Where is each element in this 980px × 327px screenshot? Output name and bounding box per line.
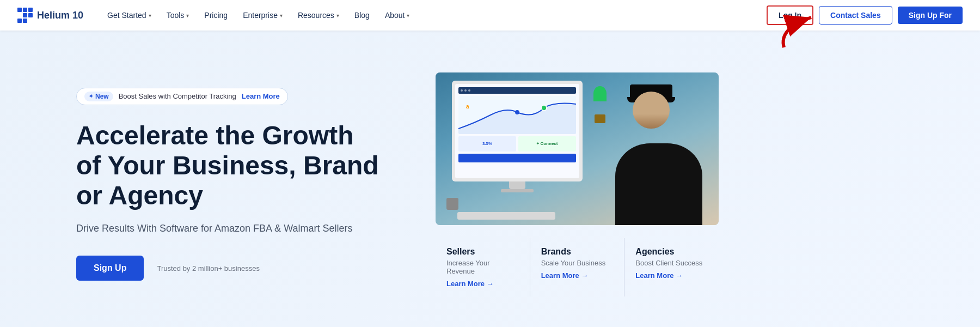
card-agencies-subtitle: Boost Client Success (635, 259, 708, 267)
nav-right: Log In Contact Sales Sign Up For (767, 5, 963, 25)
card-brands-title: Brands (541, 247, 614, 257)
monitor-base (501, 189, 534, 192)
logo-text: Helium 10 (37, 10, 83, 21)
monitor-outer: a 3.5% + Connect (452, 81, 583, 181)
keyboard (457, 212, 555, 220)
card-agencies-link[interactable]: Learn More → (635, 271, 708, 280)
signup-hero-button[interactable]: Sign Up (76, 256, 144, 281)
svg-point-1 (515, 110, 519, 114)
hero-card-agencies: Agencies Boost Client Success Learn More… (624, 238, 719, 296)
monitor-footer (458, 154, 576, 162)
person-head (633, 92, 670, 129)
card-agencies-title: Agencies (635, 247, 708, 257)
hero-subtitle: Drive Results With Software for Amazon F… (76, 221, 381, 236)
svg-point-2 (541, 105, 547, 111)
nav-item-get-started[interactable]: Get Started ▾ (101, 7, 158, 24)
logo[interactable]: Helium 10 (17, 8, 83, 23)
monitor-chart: a (458, 96, 576, 134)
monitor-stand (509, 181, 525, 189)
badge-learn-more-link[interactable]: Learn More (242, 92, 280, 100)
nav-item-blog[interactable]: Blog (348, 7, 376, 24)
card-brands-subtitle: Scale Your Business (541, 259, 614, 267)
card-sellers-subtitle: Increase Your Revenue (446, 259, 519, 275)
hero-card-sellers: Sellers Increase Your Revenue Learn More… (436, 238, 530, 296)
hero-cards: Sellers Increase Your Revenue Learn More… (436, 238, 719, 296)
chevron-down-icon: ▾ (186, 13, 189, 19)
hero-image: a 3.5% + Connect (436, 72, 719, 225)
nav-item-resources[interactable]: Resources ▾ (291, 7, 346, 24)
person-shirt (615, 143, 702, 225)
hero-right: a 3.5% + Connect (414, 31, 980, 327)
navigation: Helium 10 Get Started ▾ Tools ▾ Pricing … (0, 0, 980, 31)
amazon-logo: a (466, 104, 469, 110)
badge-description: Boost Sales with Competitor Tracking (119, 92, 236, 100)
stat-box-percent: 3.5% (458, 136, 516, 152)
topbar-dot (464, 89, 467, 92)
chevron-down-icon: ▾ (407, 13, 409, 19)
stat-box-connect: + Connect (518, 136, 576, 152)
arrow-annotation (768, 7, 844, 52)
signup-nav-button[interactable]: Sign Up For (898, 7, 963, 24)
chevron-down-icon: ▾ (280, 13, 283, 19)
coffee-mug (446, 198, 458, 210)
logo-icon (17, 8, 33, 23)
nav-item-enterprise[interactable]: Enterprise ▾ (236, 7, 289, 24)
topbar-dot (461, 89, 463, 92)
trusted-text: Trusted by 2 million+ businesses (157, 264, 259, 272)
plant-pot (595, 114, 605, 123)
monitor-topbar (458, 87, 576, 94)
hero-cta: Sign Up Trusted by 2 million+ businesses (76, 256, 381, 281)
nav-item-about[interactable]: About ▾ (378, 7, 416, 24)
nav-links: Get Started ▾ Tools ▾ Pricing Enterprise… (101, 7, 767, 24)
monitor: a 3.5% + Connect (452, 81, 583, 192)
hero-left: New Boost Sales with Competitor Tracking… (0, 31, 414, 327)
plant-decoration (593, 86, 607, 108)
hero-title: Accelerate the Growth of Your Business, … (76, 120, 381, 211)
new-badge[interactable]: New Boost Sales with Competitor Tracking… (76, 88, 288, 105)
chevron-down-icon: ▾ (336, 13, 339, 19)
card-brands-link[interactable]: Learn More → (541, 271, 614, 280)
card-sellers-link[interactable]: Learn More → (446, 280, 519, 288)
nav-item-pricing[interactable]: Pricing (198, 7, 234, 24)
monitor-stats: 3.5% + Connect (458, 136, 576, 152)
chevron-down-icon: ▾ (149, 13, 151, 19)
card-sellers-title: Sellers (446, 247, 519, 257)
hero-card-brands: Brands Scale Your Business Learn More → (530, 238, 625, 296)
monitor-display: a 3.5% + Connect (455, 84, 579, 178)
nav-item-tools[interactable]: Tools ▾ (160, 7, 196, 24)
hero-section: New Boost Sales with Competitor Tracking… (0, 31, 980, 327)
topbar-dot (468, 89, 470, 92)
badge-new-label: New (84, 92, 113, 101)
plant-leaves (593, 86, 607, 101)
